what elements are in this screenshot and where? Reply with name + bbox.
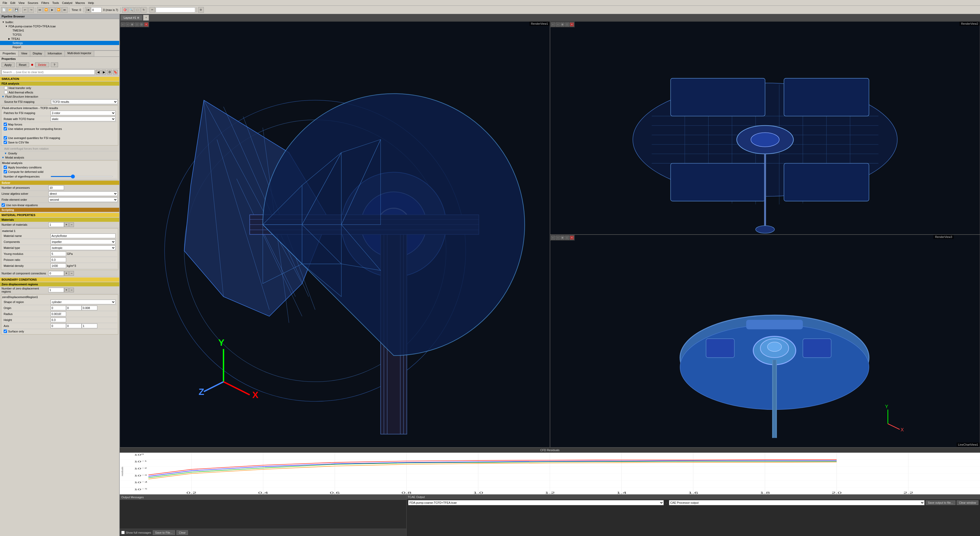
pipeline-item-report[interactable]: Report: [0, 45, 119, 49]
shape-select[interactable]: cylinder: [51, 300, 116, 304]
origin-z-input[interactable]: [82, 305, 97, 310]
rv-br-btn3[interactable]: ⊞: [560, 235, 565, 240]
tab-view[interactable]: View: [19, 51, 30, 56]
layout-tab-1[interactable]: Layout #1 ⊞: [121, 15, 142, 20]
patches-select[interactable]: 2-rotor: [51, 111, 116, 115]
pipeline-item-tfea[interactable]: ▶ TFEA1: [0, 37, 119, 41]
prop-search-input[interactable]: [2, 70, 95, 75]
toolbar-play[interactable]: ▶: [49, 7, 55, 13]
toolbar-play-end[interactable]: ⏭: [62, 7, 68, 13]
surface-only-checkbox[interactable]: [4, 329, 7, 333]
source-fsi-select[interactable]: TCFD results: [51, 99, 118, 104]
toolbar-select[interactable]: ⬚: [135, 7, 140, 13]
help-button[interactable]: ?: [51, 62, 58, 67]
rv-main-btn4[interactable]: □: [135, 22, 139, 27]
menu-view[interactable]: View: [17, 1, 26, 5]
num-zero-input[interactable]: [48, 288, 64, 292]
compute-deformed-checkbox[interactable]: [4, 170, 7, 173]
pipeline-item-tmesh[interactable]: TMESH1: [0, 29, 119, 33]
add-conn-btn[interactable]: +: [64, 271, 69, 276]
toolbar-edit[interactable]: ✏: [150, 7, 155, 13]
num-materials-input[interactable]: [48, 222, 64, 227]
toolbar-step-back[interactable]: ⏪: [43, 7, 49, 13]
rv-tr-btn4[interactable]: □: [565, 22, 569, 27]
finite-element-select[interactable]: second: [48, 197, 118, 202]
heat-transfer-checkbox[interactable]: [4, 86, 8, 89]
menu-macros[interactable]: Macros: [74, 1, 86, 5]
axis-y-input[interactable]: [66, 324, 82, 328]
toolbar-redo[interactable]: ↪: [29, 7, 34, 13]
use-averaged-checkbox[interactable]: [4, 136, 7, 140]
frame-input[interactable]: [91, 7, 102, 13]
clear-btn[interactable]: Clear: [177, 530, 188, 535]
save-to-file-btn[interactable]: Save to File...: [153, 530, 175, 535]
rv-tr-btn3[interactable]: ⊞: [560, 22, 565, 27]
material-name-input[interactable]: [51, 234, 116, 238]
rv-main-btn5[interactable]: ⊡: [140, 22, 144, 27]
search-options-btn[interactable]: ⚙: [107, 70, 112, 75]
rv-tr-btn1[interactable]: ←: [551, 22, 555, 27]
remove-conn-btn[interactable]: −: [69, 271, 74, 276]
density-input[interactable]: [51, 264, 66, 268]
search-prev-btn[interactable]: ◀: [96, 70, 100, 75]
rv-main-btn2[interactable]: →: [126, 22, 130, 27]
menu-file[interactable]: File: [1, 1, 9, 5]
origin-y-input[interactable]: [66, 305, 82, 310]
menu-sources[interactable]: Sources: [26, 1, 40, 5]
menu-catalyst[interactable]: Catalyst: [60, 1, 74, 5]
rv-main-close[interactable]: ✕: [144, 22, 148, 27]
remove-material-btn[interactable]: −: [69, 222, 74, 227]
tab-information[interactable]: Information: [45, 51, 65, 56]
render-view-top-right[interactable]: ← → ⊞ □ ✕ RenderView2: [550, 21, 980, 235]
toolbar-open[interactable]: 📂: [7, 7, 13, 13]
save-output-btn[interactable]: Save output to file...: [926, 500, 956, 505]
rotate-select[interactable]: static: [51, 117, 116, 121]
relative-pressure-checkbox[interactable]: [4, 127, 7, 130]
save-csv-checkbox[interactable]: [4, 141, 7, 144]
toolbar-settings[interactable]: ⚙: [198, 7, 204, 13]
search-next-btn[interactable]: ▶: [102, 70, 106, 75]
rv-main-btn1[interactable]: ←: [121, 22, 125, 27]
menu-tools[interactable]: Tools: [51, 1, 60, 5]
toolbar-camera-reset[interactable]: 🎯: [122, 7, 128, 13]
tcae-processor-select[interactable]: CAE Processor output: [669, 500, 924, 505]
menu-help[interactable]: Help: [86, 1, 95, 5]
remove-zero-btn[interactable]: −: [69, 288, 74, 292]
toolbar-undo[interactable]: ↩: [22, 7, 28, 13]
rv-main-btn3[interactable]: ⊞: [130, 22, 134, 27]
pipeline-item-tcae[interactable]: ▼ FDA-pump-coarse-TCFD+TFEA.tcae: [0, 24, 119, 29]
clear-window-btn[interactable]: Clear window: [956, 500, 978, 505]
num-processors-input[interactable]: [48, 185, 64, 190]
rv-br-btn2[interactable]: →: [556, 235, 560, 240]
component-conn-input[interactable]: [48, 271, 64, 276]
render-view-main[interactable]: ← → ⊞ □ ⊡ ✕ RenderView1: [120, 21, 550, 447]
axis-z-input[interactable]: [82, 324, 97, 328]
toolbar-save[interactable]: 💾: [14, 7, 19, 13]
add-thermal-checkbox[interactable]: [4, 91, 8, 94]
representation-input[interactable]: Representation: [156, 7, 195, 13]
pipeline-item-settings[interactable]: Settings: [0, 41, 119, 45]
young-modulus-input[interactable]: [51, 251, 66, 256]
pipeline-item-builtin[interactable]: ▼ builtin:: [0, 20, 119, 24]
delete-button[interactable]: Delete: [35, 62, 49, 67]
tcae-file-select[interactable]: FDA-pump-coarse-TCFD+TFEA.tcae: [408, 500, 664, 505]
tab-multiblock[interactable]: Multi-block Inspector: [65, 51, 94, 56]
axis-x-input[interactable]: [51, 324, 66, 328]
toolbar-rotate[interactable]: ↻: [141, 7, 146, 13]
apply-boundary-checkbox[interactable]: [4, 165, 7, 169]
rv-br-btn1[interactable]: ←: [551, 235, 555, 240]
pipeline-item-tcfd[interactable]: TCFD1: [0, 33, 119, 37]
toolbar-zoom[interactable]: 🔍: [128, 7, 134, 13]
show-full-messages-checkbox[interactable]: [121, 531, 125, 534]
toolbar-play-back[interactable]: ⏮: [37, 7, 43, 13]
reset-button[interactable]: Reset: [16, 62, 29, 67]
poisson-input[interactable]: [51, 258, 66, 262]
add-layout-btn[interactable]: +: [143, 15, 149, 21]
tab-display[interactable]: Display: [30, 51, 45, 56]
rv-tr-btn2[interactable]: →: [556, 22, 560, 27]
apply-button[interactable]: Apply: [2, 62, 14, 67]
origin-x-input[interactable]: [51, 305, 66, 310]
menu-filters[interactable]: Filters: [40, 1, 51, 5]
add-zero-btn[interactable]: +: [64, 288, 69, 292]
map-forces-checkbox[interactable]: [4, 122, 7, 126]
